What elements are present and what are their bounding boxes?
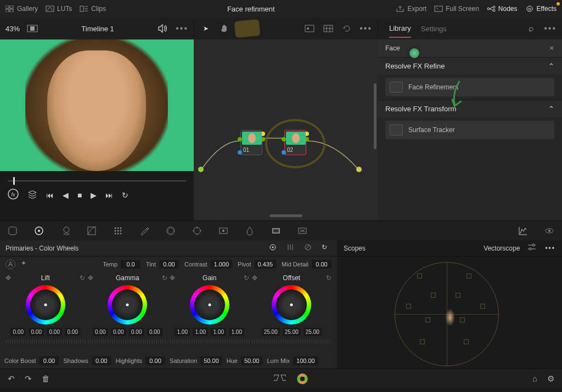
luts-button[interactable]: LUTs bbox=[46, 5, 72, 13]
highlights-value[interactable]: 0.00 bbox=[145, 356, 165, 365]
home-icon[interactable]: ⌂ bbox=[532, 374, 537, 383]
loop-icon[interactable]: ↻ bbox=[122, 191, 128, 200]
node-layout-icon[interactable] bbox=[304, 22, 316, 35]
undo-icon[interactable]: ↶ bbox=[8, 374, 15, 384]
gear-icon[interactable]: ⚙ bbox=[547, 374, 554, 384]
node-01[interactable]: 01 bbox=[240, 130, 262, 155]
section-transform[interactable]: Resolve FX Transform⌃ bbox=[378, 100, 562, 117]
wheel-reset-icon[interactable]: ↻ bbox=[244, 274, 249, 282]
fx-surface-tracker[interactable]: Surface Tracker bbox=[385, 121, 554, 139]
contrast-value[interactable]: 1.000 bbox=[211, 260, 233, 269]
scroll-handle[interactable] bbox=[269, 214, 302, 217]
shadows-value[interactable]: 0.00 bbox=[92, 356, 111, 365]
hand-tool-icon[interactable] bbox=[218, 22, 231, 35]
color-wheel[interactable] bbox=[26, 285, 65, 325]
tracker-icon[interactable] bbox=[192, 226, 202, 236]
layers-icon[interactable] bbox=[27, 189, 37, 201]
color-wheel[interactable] bbox=[272, 285, 311, 325]
bars-mode-icon[interactable] bbox=[286, 243, 296, 253]
next-clip-icon[interactable]: ⏭ bbox=[105, 191, 113, 200]
audio-icon[interactable] bbox=[157, 22, 169, 35]
info-icon[interactable] bbox=[544, 226, 554, 236]
reset-icon[interactable] bbox=[341, 22, 353, 35]
prev-clip-icon[interactable]: ⏮ bbox=[46, 191, 54, 200]
view-mode-icon[interactable] bbox=[26, 22, 38, 35]
search-input[interactable]: Face bbox=[385, 44, 543, 52]
vscroll-handle[interactable] bbox=[374, 83, 376, 149]
curves-icon[interactable] bbox=[87, 226, 97, 236]
reset-primaries-icon[interactable]: ↻ bbox=[322, 243, 331, 253]
qualifier-icon[interactable] bbox=[139, 226, 149, 236]
log-mode-icon[interactable] bbox=[304, 243, 314, 253]
wheel-adjust-icon[interactable]: ✥ bbox=[170, 274, 175, 282]
scope-type-select[interactable]: Vectorscope bbox=[484, 245, 520, 252]
wheel-slider[interactable] bbox=[5, 339, 86, 344]
warper-icon[interactable] bbox=[113, 226, 123, 236]
picker-icon[interactable]: ✦ bbox=[21, 259, 31, 269]
wheel-adjust-icon[interactable]: ✥ bbox=[5, 274, 11, 282]
key-icon[interactable] bbox=[271, 226, 281, 236]
scrubber[interactable] bbox=[8, 175, 186, 183]
wheel-slider[interactable] bbox=[88, 339, 168, 344]
search-icon[interactable]: ⌕ bbox=[525, 22, 537, 35]
wheel-value[interactable]: 1.00 bbox=[193, 328, 208, 336]
sparkle-icon[interactable] bbox=[297, 373, 308, 384]
scope-menu-icon[interactable]: ••• bbox=[545, 245, 555, 252]
zoom-level[interactable]: 43% bbox=[5, 25, 20, 33]
lummix-value[interactable]: 100.00 bbox=[293, 356, 318, 365]
wheel-value[interactable]: 0.00 bbox=[93, 328, 108, 336]
wheel-adjust-icon[interactable]: ✥ bbox=[88, 274, 93, 282]
auto-icon[interactable]: A bbox=[5, 259, 15, 269]
wheel-slider[interactable] bbox=[170, 339, 250, 344]
wheels-mode-icon[interactable] bbox=[269, 243, 279, 253]
fx-toggle-icon[interactable]: fx bbox=[8, 189, 19, 201]
hue-value[interactable]: 50.00 bbox=[241, 356, 263, 365]
pivot-value[interactable]: 0.435 bbox=[255, 260, 277, 269]
wheel-value[interactable]: 1.00 bbox=[211, 328, 226, 336]
tint-value[interactable]: 0.00 bbox=[159, 260, 179, 269]
trash-icon[interactable]: 🗑 bbox=[42, 374, 50, 383]
nodes-button[interactable]: Nodes bbox=[487, 5, 518, 13]
wheel-value[interactable]: 25.00 bbox=[283, 328, 301, 336]
section-refine[interactable]: Resolve FX Refine⌃ bbox=[378, 57, 562, 75]
wheel-value[interactable]: 25.00 bbox=[262, 328, 280, 336]
tab-settings[interactable]: Settings bbox=[421, 25, 447, 33]
wheel-value[interactable]: 0.00 bbox=[65, 328, 80, 336]
pointer-tool-icon[interactable]: ➤ bbox=[200, 22, 212, 35]
input-port-icon[interactable] bbox=[198, 167, 204, 172]
clear-search-icon[interactable]: ✕ bbox=[549, 44, 554, 52]
gallery-button[interactable]: Gallery bbox=[5, 5, 38, 13]
wheel-value[interactable]: 0.00 bbox=[111, 328, 126, 336]
fx-menu-icon[interactable]: ••• bbox=[544, 24, 557, 33]
wheel-value[interactable]: 1.00 bbox=[175, 328, 190, 336]
scope-settings-icon[interactable] bbox=[527, 243, 537, 253]
blur-icon[interactable] bbox=[245, 226, 255, 236]
middetail-value[interactable]: 0.00 bbox=[312, 260, 331, 269]
wheel-reset-icon[interactable]: ↻ bbox=[326, 274, 331, 282]
viewer-menu-icon[interactable]: ••• bbox=[176, 24, 188, 33]
fullscreen-button[interactable]: Full Screen bbox=[434, 5, 479, 13]
color-wheel[interactable] bbox=[108, 285, 147, 325]
clips-button[interactable]: Clips bbox=[80, 5, 106, 13]
tab-library[interactable]: Library bbox=[389, 24, 411, 38]
node-editor[interactable]: 01 02 bbox=[194, 39, 378, 220]
window-icon[interactable] bbox=[166, 226, 176, 236]
stop-icon[interactable]: ■ bbox=[77, 191, 82, 200]
wheel-value[interactable]: 0.00 bbox=[10, 328, 26, 336]
color-wheels-icon[interactable] bbox=[34, 226, 44, 236]
wheel-value[interactable]: 0.00 bbox=[129, 328, 144, 336]
viewer-image[interactable] bbox=[0, 39, 194, 171]
play-reverse-icon[interactable]: ◀ bbox=[63, 191, 69, 200]
scopes-icon[interactable] bbox=[518, 226, 528, 236]
timeline-name[interactable]: Timeline 1 bbox=[45, 25, 150, 33]
export-button[interactable]: Export bbox=[396, 5, 426, 13]
hdr-icon[interactable]: HDR bbox=[60, 226, 70, 236]
colorboost-value[interactable]: 0.00 bbox=[39, 356, 59, 365]
wheel-value[interactable]: 1.00 bbox=[229, 328, 244, 336]
workspace-icon[interactable] bbox=[274, 373, 286, 384]
node-menu-icon[interactable]: ••• bbox=[359, 24, 372, 33]
color-wheel[interactable] bbox=[190, 285, 229, 325]
camera-raw-icon[interactable] bbox=[8, 226, 18, 236]
magic-mask-icon[interactable] bbox=[218, 226, 228, 236]
wheel-value[interactable]: 0.00 bbox=[147, 328, 162, 336]
